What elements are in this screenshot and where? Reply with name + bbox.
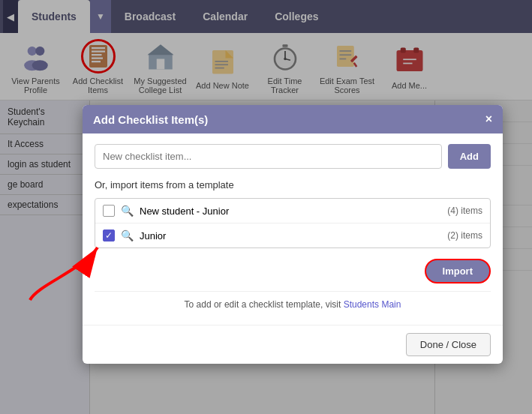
template-count-new-student-junior: (4) items	[447, 206, 482, 216]
modal-body: Add Or, import items from a template 🔍 N…	[83, 134, 503, 325]
template-footer: To add or edit a checklist template, vis…	[95, 291, 491, 314]
template-checkbox-junior[interactable]: ✓	[103, 230, 115, 242]
import-row: Import	[95, 259, 491, 284]
new-checklist-item-input[interactable]	[95, 144, 442, 169]
template-list: 🔍 New student - Junior (4) items ✓ 🔍 Jun…	[95, 198, 491, 248]
modal-header: Add Checklist Item(s) ×	[83, 105, 503, 134]
add-item-button[interactable]: Add	[448, 144, 491, 169]
template-count-junior: (2) items	[447, 230, 482, 241]
template-row-junior[interactable]: ✓ 🔍 Junior (2) items	[95, 224, 490, 248]
template-icon-0: 🔍	[121, 205, 134, 217]
modal-close-button[interactable]: ×	[485, 112, 492, 126]
template-row-new-student-junior[interactable]: 🔍 New student - Junior (4) items	[95, 199, 490, 224]
or-import-text: Or, import items from a template	[95, 179, 491, 190]
checklist-input-row: Add	[95, 144, 491, 169]
done-close-button[interactable]: Done / Close	[406, 333, 491, 356]
import-button[interactable]: Import	[425, 259, 491, 284]
modal-title: Add Checklist Item(s)	[93, 113, 208, 126]
template-label-new-student-junior: New student - Junior	[140, 206, 229, 217]
template-icon-1: 🔍	[121, 230, 134, 242]
add-checklist-modal: Add Checklist Item(s) × Add Or, import i…	[83, 105, 503, 364]
template-checkbox-new-student-junior[interactable]	[103, 205, 115, 217]
footer-text: To add or edit a checklist template, vis…	[185, 299, 341, 310]
modal-footer: Done / Close	[83, 325, 503, 364]
template-label-junior: Junior	[140, 230, 166, 242]
students-main-link[interactable]: Students Main	[344, 299, 401, 310]
